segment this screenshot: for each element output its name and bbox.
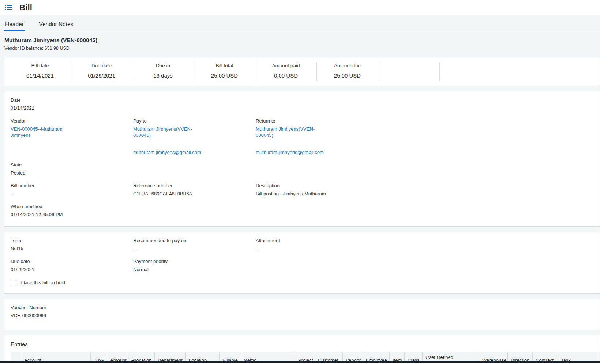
summary-label: Due in: [132, 63, 194, 68]
summary-label: Amount due: [317, 63, 378, 68]
return-to-email-link[interactable]: muthuram.jimhyens@gmail.com: [256, 149, 324, 155]
summary-due-date: Due date 01/29/2021: [71, 62, 132, 81]
when-modified-label: When modified: [11, 203, 133, 210]
col-account: Account: [21, 352, 91, 361]
payment-priority-value: Normal: [133, 266, 256, 273]
col-class: Class: [405, 352, 423, 361]
col-item: Item: [390, 352, 405, 361]
summary-bar: Bill date 01/14/2021 Due date 01/29/2021…: [4, 58, 600, 86]
col-memo: Memo: [240, 352, 295, 361]
voucher-number-value: VCH-000000996: [11, 312, 593, 319]
attachment-label: Attachment: [256, 237, 593, 244]
col-task: Task: [558, 352, 600, 361]
summary-empty-cell: [440, 62, 501, 81]
attachment-value: --: [256, 245, 593, 252]
field-vendor: Vendor VEN-000045--Muthuram Jimhyens: [11, 118, 133, 155]
entries-title: Entries: [11, 341, 600, 347]
col-location: Location: [186, 352, 220, 361]
reference-number-value: C1E8AE689CAE48F0BB6A: [133, 191, 256, 197]
page-content: Header Vendor Notes Muthuram Jimhyens (V…: [0, 15, 600, 361]
field-attachment: Attachment --: [256, 237, 593, 252]
term-label: Term: [11, 237, 133, 244]
col-department: Department: [155, 352, 186, 361]
summary-value: 13 days: [132, 72, 194, 79]
window-bottom-edge: [0, 361, 600, 363]
return-to-contact-link[interactable]: Muthuram Jimhyens(VVEN-000045): [256, 126, 321, 138]
summary-label: Due date: [71, 63, 132, 68]
field-date: Date 01/14/2021: [11, 97, 133, 112]
field-state: State Posted: [11, 162, 133, 176]
vendor-heading-block: Muthuram Jimhyens (VEN-000045) Vendor ID…: [0, 31, 600, 51]
date-label: Date: [11, 97, 133, 104]
summary-bill-total: Bill total 25.00 USD: [194, 62, 255, 81]
terms-panel: Term Net15 Recommended to pay on -- Atta…: [4, 232, 600, 294]
bill-page: Bill Header Vendor Notes Muthuram Jimhye…: [0, 0, 600, 364]
top-bar: Bill: [0, 0, 600, 15]
field-reference-number: Reference number C1E8AE689CAE48F0BB6A: [133, 183, 256, 197]
bill-details-panel: Date 01/14/2021 Vendor VEN-000045--Muthu…: [4, 91, 600, 227]
col-vendor: Vendor: [343, 352, 363, 361]
col-direction: Direction: [508, 352, 533, 361]
tab-bar: Header Vendor Notes: [0, 15, 600, 31]
summary-value: 25.00 USD: [317, 72, 378, 79]
hold-row: Place this bill on hold: [11, 280, 593, 285]
summary-amount-due: Amount due 25.00 USD: [317, 62, 378, 81]
field-return-to: Return to Muthuram Jimhyens(VVEN-000045)…: [256, 118, 593, 155]
place-on-hold-checkbox[interactable]: [11, 280, 16, 285]
summary-label: Bill date: [10, 63, 71, 68]
field-pay-to: Pay to Muthuram Jimhyens(VVEN-000045) mu…: [133, 118, 256, 155]
voucher-number-label: Voucher Number: [11, 304, 593, 311]
field-when-modified: When modified 01/14/2021 12:45:06 PM: [11, 203, 133, 218]
description-value: Bill posting - Jimhyens,Muthuram: [256, 191, 593, 197]
when-modified-value: 01/14/2021 12:45:06 PM: [11, 211, 133, 218]
row-number-header: [11, 352, 21, 361]
summary-amount-paid: Amount paid 0.00 USD: [255, 62, 317, 81]
col-allocation: Allocation: [128, 352, 155, 361]
field-bill-number: Bill number --: [11, 183, 133, 197]
col-employee: Employee: [363, 352, 390, 361]
field-due-date: Due date 01/29/2021: [11, 258, 133, 273]
due-date-value: 01/29/2021: [11, 266, 133, 273]
entries-header-row: Account 1099 Amount Allocation Departmen…: [11, 352, 600, 361]
entries-panel: Entries Account 1099 Amount Allocation D…: [4, 335, 600, 361]
recommended-value: --: [133, 245, 256, 252]
page-title: Bill: [19, 3, 32, 12]
place-on-hold-label: Place this bill on hold: [20, 280, 65, 285]
col-project: Project: [295, 352, 315, 361]
summary-value: 0.00 USD: [255, 72, 316, 79]
vendor-balance: Vendor ID balance: 651.98 USD: [4, 46, 600, 51]
field-voucher-number: Voucher Number VCH-000000996: [11, 304, 593, 319]
summary-empty-cell: [378, 62, 440, 81]
recommended-label: Recommended to pay on: [133, 237, 256, 244]
summary-bill-date: Bill date 01/14/2021: [10, 62, 71, 81]
entries-table: Account 1099 Amount Allocation Departmen…: [11, 352, 600, 361]
col-billable: Billable: [220, 352, 240, 361]
col-1099: 1099: [91, 352, 107, 361]
summary-label: Bill total: [194, 63, 255, 68]
bill-number-value: --: [11, 191, 133, 197]
state-value: Posted: [11, 170, 133, 176]
pay-to-contact-link[interactable]: Muthuram Jimhyens(VVEN-000045): [133, 126, 198, 138]
field-term: Term Net15: [11, 237, 133, 252]
payment-priority-label: Payment priority: [133, 258, 256, 265]
summary-value: 01/29/2021: [71, 72, 132, 79]
vendor-link[interactable]: VEN-000045--Muthuram Jimhyens: [11, 126, 76, 138]
vendor-name-heading: Muthuram Jimhyens (VEN-000045): [4, 37, 600, 44]
reference-number-label: Reference number: [133, 183, 256, 189]
col-amount: Amount: [107, 352, 128, 361]
term-value: Net15: [11, 245, 133, 252]
tab-vendor-notes[interactable]: Vendor Notes: [38, 21, 74, 31]
summary-due-in: Due in 13 days: [132, 62, 194, 81]
date-value: 01/14/2021: [11, 105, 133, 112]
col-user-defined-dimension: User Defined Dimension: [423, 352, 479, 361]
bill-number-label: Bill number: [11, 183, 133, 189]
pay-to-email-link[interactable]: muthuram.jimhyens@gmail.com: [133, 149, 201, 155]
col-customer: Customer: [315, 352, 343, 361]
vendor-label: Vendor: [11, 118, 133, 124]
description-label: Description: [256, 183, 593, 189]
field-recommended-to-pay-on: Recommended to pay on --: [133, 237, 256, 252]
field-payment-priority: Payment priority Normal: [133, 258, 256, 273]
bill-list-menu-icon[interactable]: [5, 4, 13, 11]
field-description: Description Bill posting - Jimhyens,Muth…: [256, 183, 593, 197]
tab-header[interactable]: Header: [4, 21, 25, 31]
